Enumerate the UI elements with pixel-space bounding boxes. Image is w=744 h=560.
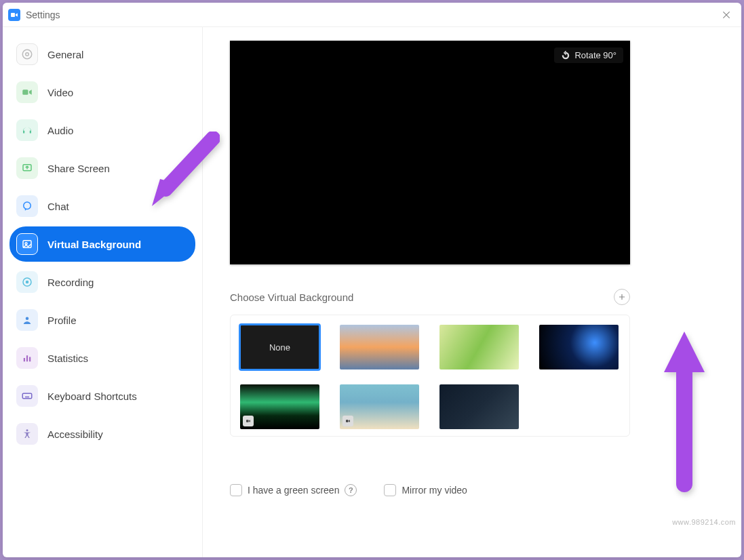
sidebar-item-label: Video [47,87,73,98]
settings-icon [16,43,38,65]
chat-icon [16,195,38,217]
svg-point-9 [26,281,29,284]
sidebar-item-label: Chat [47,201,69,212]
main-panel: Rotate 90° Choose Virtual Background Non… [203,27,741,557]
sidebar-item-label: Accessibility [47,428,103,440]
bg-none-label: None [269,342,290,353]
profile-icon [16,309,38,331]
sidebar-item-share-screen[interactable]: Share Screen [9,151,195,186]
sidebar-item-label: Profile [47,315,77,326]
bg-thumb-bridge[interactable] [340,325,419,369]
green-screen-label: I have a green screen [248,485,339,496]
sidebar-item-label: General [47,49,83,60]
svg-rect-0 [11,13,15,17]
vbg-options: I have a green screen ? Mirror my video [230,484,714,496]
sidebar-item-label: Audio [47,125,73,136]
svg-rect-14 [22,393,32,399]
sidebar-item-chat[interactable]: Chat [9,188,195,224]
watermark-text: www.989214.com [672,518,736,526]
checkbox-icon [384,484,396,496]
accessibility-icon [16,423,38,445]
sidebar-item-general[interactable]: General [9,37,195,72]
close-button[interactable] [717,5,736,24]
sidebar-item-accessibility[interactable]: Accessibility [9,416,195,452]
vbg-section-title: Choose Virtual Background [230,292,353,303]
svg-rect-11 [24,358,25,361]
sidebar-item-label: Recording [47,277,94,288]
vbg-section-header: Choose Virtual Background [230,289,630,305]
video-icon [16,81,38,103]
bg-thumb-aurora-video[interactable] [240,384,319,429]
background-thumbnails: None [230,315,630,437]
bg-thumb-earth[interactable] [539,325,619,369]
sidebar-item-label: Share Screen [47,163,110,174]
video-badge-icon [342,416,353,426]
svg-rect-17 [346,420,349,422]
add-background-button[interactable] [614,289,630,305]
checkbox-icon [230,484,242,496]
svg-rect-3 [22,89,28,95]
recording-icon [16,271,38,293]
share-screen-icon [16,157,38,179]
app-icon [8,9,20,21]
sidebar-item-video[interactable]: Video [9,75,195,110]
sidebar-item-label: Keyboard Shortcuts [47,391,137,402]
svg-rect-16 [246,420,249,422]
sidebar-item-keyboard-shortcuts[interactable]: Keyboard Shortcuts [9,378,195,414]
settings-sidebar: General Video Audio Share Screen [3,27,203,557]
virtual-background-icon [16,233,38,255]
svg-rect-12 [26,355,28,361]
settings-window: Settings General Video [3,3,741,557]
svg-rect-13 [29,357,31,362]
mirror-label: Mirror my video [402,485,467,496]
mirror-video-checkbox[interactable]: Mirror my video [384,484,467,496]
sidebar-item-virtual-background[interactable]: Virtual Background [9,226,195,262]
rotate-button[interactable]: Rotate 90° [554,47,623,63]
sidebar-item-statistics[interactable]: Statistics [9,340,195,376]
keyboard-icon [16,385,38,407]
bg-thumb-none[interactable]: None [240,325,319,369]
bg-thumb-grass[interactable] [439,325,519,369]
rotate-label: Rotate 90° [574,50,616,60]
video-preview: Rotate 90° [230,41,630,264]
video-badge-icon [243,416,254,426]
sidebar-item-profile[interactable]: Profile [9,302,195,338]
sidebar-item-audio[interactable]: Audio [9,113,195,148]
headphones-icon [16,119,38,141]
svg-point-1 [26,53,29,56]
svg-point-7 [25,243,27,245]
svg-point-5 [24,202,31,209]
sidebar-item-label: Statistics [47,353,88,364]
svg-point-10 [26,317,29,321]
svg-point-15 [26,429,28,431]
sidebar-item-recording[interactable]: Recording [9,264,195,300]
statistics-icon [16,347,38,369]
titlebar: Settings [3,3,741,27]
green-screen-checkbox[interactable]: I have a green screen ? [230,484,357,496]
bg-thumb-beach-video[interactable] [340,384,419,429]
svg-point-2 [22,49,32,59]
bg-thumb-custom[interactable] [439,384,519,429]
info-icon[interactable]: ? [345,484,357,496]
window-title: Settings [26,9,717,20]
sidebar-item-label: Virtual Background [47,239,141,250]
